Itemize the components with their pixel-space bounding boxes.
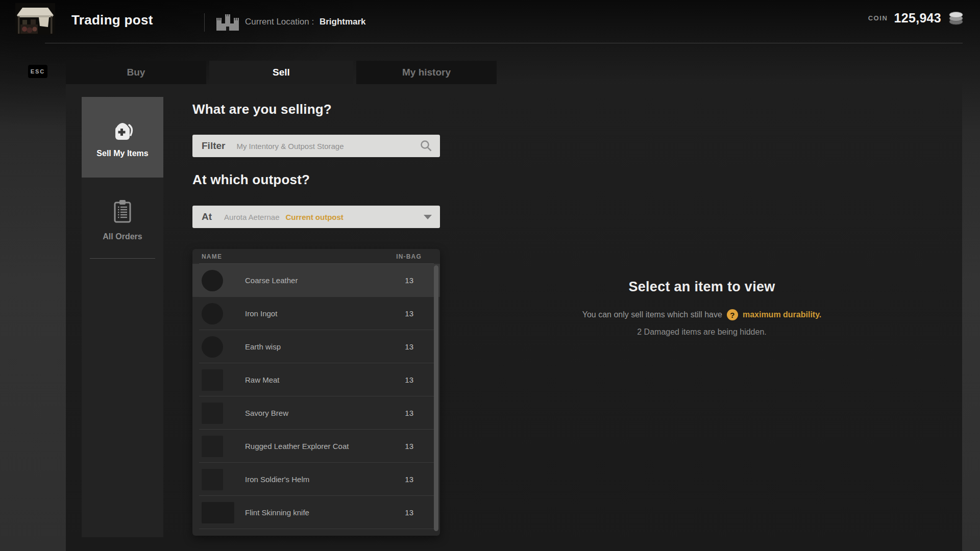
tab-my-history[interactable]: My history <box>356 61 497 84</box>
item-icon-cell <box>202 403 245 424</box>
item-icon-cell <box>202 369 245 391</box>
item-in-bag-count: 13 <box>405 276 413 285</box>
item-detail-panel: Select an item to view You can only sell… <box>449 279 954 337</box>
sell-panel: Sell My Items All Orders <box>66 84 962 551</box>
trading-post-thumbnail <box>15 3 55 35</box>
coin-amount: 125,943 <box>894 11 941 26</box>
chevron-down-icon <box>424 215 432 219</box>
item-thumbnail-icon <box>202 502 234 523</box>
clipboard-icon <box>112 198 133 224</box>
sidebar-item-sell-my-items[interactable]: Sell My Items <box>82 97 163 178</box>
hint-text: You can only sell items which still have <box>582 310 722 319</box>
backpack-icon <box>110 116 135 141</box>
current-outpost-tag: Current outpost <box>285 213 343 221</box>
table-row[interactable]: Earth wisp13 <box>192 330 440 363</box>
table-row[interactable]: Savory Brew13 <box>192 396 440 430</box>
item-icon-cell <box>202 436 245 457</box>
header-border <box>45 43 963 43</box>
damaged-items-note: 2 Damaged items are being hidden. <box>449 328 954 337</box>
at-label: At <box>202 211 212 222</box>
column-header-in-bag: IN-BAG <box>396 253 422 260</box>
coin-label: COIN <box>868 14 888 22</box>
item-in-bag-count: 13 <box>405 375 413 384</box>
item-in-bag-count: 13 <box>405 442 413 450</box>
item-icon-cell <box>202 469 245 490</box>
item-name: Raw Meat <box>245 375 280 384</box>
table-row[interactable]: Flint Skinning knife13 <box>192 496 440 529</box>
table-scrollbar[interactable] <box>434 265 438 531</box>
item-thumbnail-icon <box>202 469 223 490</box>
item-thumbnail-icon <box>202 436 223 457</box>
item-thumbnail-icon <box>202 403 223 424</box>
item-name: Iron Soldier's Helm <box>245 475 309 484</box>
outpost-name: Aurota Aeternae <box>224 213 279 221</box>
outpost-dropdown[interactable]: At Aurota Aeternae Current outpost <box>192 206 440 228</box>
item-name: Savory Brew <box>245 409 288 417</box>
table-row[interactable]: Coarse Leather13 <box>192 264 440 297</box>
filter-label: Filter <box>202 140 225 152</box>
location-value: Brightmark <box>320 17 366 27</box>
sidebar-divider <box>90 258 155 259</box>
item-icon-cell <box>202 336 245 358</box>
filter-placeholder: My Intentory & Outpost Storage <box>236 142 344 151</box>
coin-balance: COIN 125,943 <box>868 10 965 26</box>
table-row[interactable]: Iron Ingot13 <box>192 297 440 330</box>
current-location: Current Location : Brightmark <box>245 17 366 27</box>
search-icon <box>420 139 433 153</box>
selling-heading: What are you selling? <box>192 102 332 117</box>
item-thumbnail-icon <box>202 303 223 324</box>
item-name: Flint Skinning knife <box>245 508 309 517</box>
filter-input[interactable]: Filter My Intentory & Outpost Storage <box>192 135 440 157</box>
item-icon-cell <box>202 303 245 324</box>
item-thumbnail-icon <box>202 270 223 291</box>
coin-stack-icon <box>947 10 965 26</box>
sidebar: Sell My Items All Orders <box>82 97 163 537</box>
page-title: Trading post <box>71 12 153 28</box>
item-thumbnail-icon <box>202 369 223 391</box>
item-name: Iron Ingot <box>245 309 277 318</box>
header-bar: Trading post Current Location : Brightma… <box>0 0 980 43</box>
trading-post-screen: Trading post Current Location : Brightma… <box>0 0 980 551</box>
detail-title: Select an item to view <box>449 279 954 295</box>
item-in-bag-count: 13 <box>405 475 413 484</box>
item-table-rows: Coarse Leather13Iron Ingot13Earth wisp13… <box>192 264 440 529</box>
durability-hint: You can only sell items which still have… <box>449 309 954 320</box>
scrollbar-thumb[interactable] <box>434 265 438 531</box>
table-row[interactable]: Raw Meat13 <box>192 363 440 396</box>
item-icon-cell <box>202 270 245 291</box>
header-divider <box>204 13 205 32</box>
outpost-fort-icon <box>216 14 239 31</box>
item-in-bag-count: 13 <box>405 409 413 417</box>
table-row[interactable]: Rugged Leather Explorer Coat13 <box>192 430 440 463</box>
item-in-bag-count: 13 <box>405 508 413 517</box>
outpost-heading: At which outpost? <box>192 172 310 188</box>
item-thumbnail-icon <box>202 336 223 358</box>
tab-sell[interactable]: Sell <box>209 61 353 84</box>
table-header: NAME IN-BAG <box>192 249 440 264</box>
table-row[interactable]: Iron Soldier's Helm13 <box>192 463 440 496</box>
item-table: NAME IN-BAG Coarse Leather13Iron Ingot13… <box>192 249 440 536</box>
sidebar-item-all-orders[interactable]: All Orders <box>82 180 163 260</box>
item-name: Rugged Leather Explorer Coat <box>245 442 349 450</box>
sidebar-item-label: Sell My Items <box>96 149 148 158</box>
location-label: Current Location : <box>245 17 314 27</box>
item-in-bag-count: 13 <box>405 309 413 318</box>
tab-buy[interactable]: Buy <box>66 61 206 84</box>
esc-button[interactable]: ESC <box>28 65 47 78</box>
item-name: Coarse Leather <box>245 276 298 285</box>
item-in-bag-count: 13 <box>405 342 413 351</box>
column-header-name: NAME <box>202 253 222 260</box>
sidebar-item-label: All Orders <box>103 232 142 241</box>
item-name: Earth wisp <box>245 342 281 351</box>
hint-highlight: maximum durability. <box>743 310 821 319</box>
help-question-icon[interactable]: ? <box>727 309 738 320</box>
item-icon-cell <box>202 502 245 523</box>
